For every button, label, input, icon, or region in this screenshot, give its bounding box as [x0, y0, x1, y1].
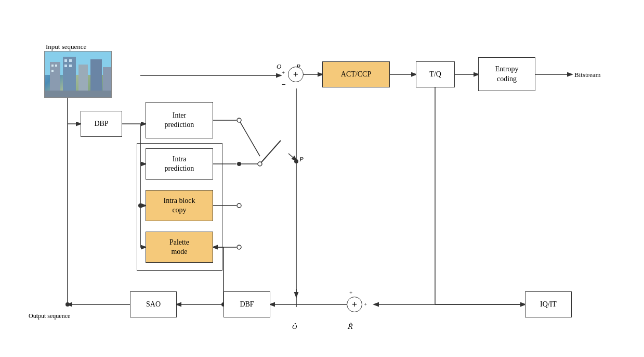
svg-rect-51	[64, 65, 67, 67]
P-label: P	[299, 155, 304, 163]
svg-point-38	[237, 245, 241, 249]
O-label: O	[277, 62, 281, 71]
diagram-container: Input sequence O R + + − + + + Ô R̂ P Bi…	[0, 0, 644, 357]
O-hat-label: Ô	[292, 323, 297, 331]
svg-rect-46	[51, 65, 54, 67]
dbf-box: DBF	[224, 291, 270, 317]
inter-prediction-box: Interprediction	[146, 102, 213, 138]
bitstream-label: Bitstream	[574, 71, 601, 79]
svg-rect-49	[64, 59, 67, 62]
svg-point-39	[294, 159, 298, 163]
input-image	[44, 51, 112, 98]
svg-point-36	[237, 118, 241, 122]
act-ccp-box: ACT/CCP	[322, 61, 390, 87]
main-adder: +	[288, 67, 304, 82]
svg-line-18	[288, 154, 296, 160]
bottom-adder: +	[347, 297, 362, 312]
input-sequence-label: Input sequence	[46, 43, 86, 51]
entropy-coding-box: Entropycoding	[478, 57, 535, 91]
svg-line-13	[239, 120, 260, 156]
iq-it-box: IQ/IT	[525, 291, 572, 317]
plus-right-bottom: +	[364, 301, 367, 307]
R-hat-label: R̂	[347, 323, 352, 331]
plus-O: +	[282, 69, 285, 75]
svg-point-17	[258, 162, 262, 166]
tq-box: T/Q	[416, 61, 455, 87]
svg-point-37	[237, 203, 241, 208]
palette-mode-box: Palettemode	[146, 232, 213, 263]
svg-rect-52	[69, 65, 72, 67]
intra-block-copy-box: Intra blockcopy	[146, 190, 213, 221]
svg-rect-47	[55, 65, 57, 67]
intra-prediction-box: Intraprediction	[146, 148, 213, 180]
svg-point-12	[138, 203, 142, 208]
plus-top-bottom: +	[349, 289, 352, 296]
minus-sign: −	[282, 81, 286, 89]
svg-rect-48	[51, 70, 54, 72]
svg-line-16	[260, 141, 281, 164]
svg-rect-50	[69, 59, 72, 62]
sao-box: SAO	[130, 291, 177, 317]
dbp-box: DBP	[81, 111, 122, 137]
output-sequence-label: Output sequence	[29, 312, 70, 320]
svg-rect-53	[45, 91, 112, 98]
